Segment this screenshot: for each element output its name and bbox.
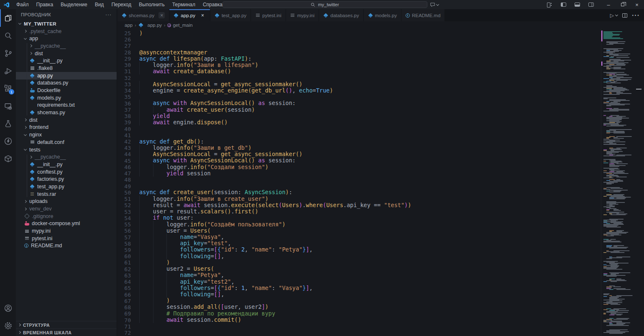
- menu-item[interactable]: Правка: [33, 0, 57, 9]
- tab-mypy.ini[interactable]: mypy.ini: [286, 9, 319, 21]
- code-line[interactable]: AsyncSessionLocal = get_async_sessionmak…: [139, 151, 599, 157]
- code-lines[interactable]: ) @asynccontextmanagerasync def lifespan…: [139, 30, 599, 336]
- menu-item[interactable]: Файл: [13, 0, 33, 9]
- code-line[interactable]: api_key="test",: [139, 240, 599, 246]
- activity-source-control-icon[interactable]: [0, 44, 16, 62]
- code-line[interactable]: async with AsyncSessionLocal() as sessio…: [139, 100, 599, 106]
- tab-databases.py[interactable]: databases.py: [319, 9, 363, 21]
- code-line[interactable]: api_key="test2",: [139, 279, 599, 285]
- settings-gear-icon[interactable]: [0, 317, 16, 334]
- tree-root-my-twitter[interactable]: MY_TWITTER: [16, 20, 117, 28]
- menu-item[interactable]: Терминал: [169, 0, 199, 9]
- tree-item-nginx[interactable]: nginx: [16, 131, 117, 139]
- tree-item-app[interactable]: app: [16, 35, 117, 42]
- code-line[interactable]: yield: [139, 113, 599, 119]
- tree-item-factories.py[interactable]: factories.py: [16, 175, 117, 183]
- code-line[interactable]: ): [139, 30, 599, 36]
- activity-run-debug-icon[interactable]: [0, 62, 16, 80]
- menu-item[interactable]: Выделение: [57, 0, 91, 9]
- tree-item-.pytest_cache[interactable]: .pytest_cache: [16, 28, 117, 35]
- tree-item-__pycache__[interactable]: __pycache__: [16, 153, 117, 161]
- tree-item-__init__.py[interactable]: __init__.py: [16, 57, 117, 64]
- tree-item-README.md[interactable]: iREADME.md: [16, 242, 117, 250]
- code-line[interactable]: name="Vasya",: [139, 234, 599, 240]
- tab-shcemas.py[interactable]: shcemas.py×: [118, 9, 169, 21]
- code-line[interactable]: name="Petya",: [139, 272, 599, 278]
- activity-remote-explorer-icon[interactable]: [0, 97, 16, 115]
- tree-item-conftest.py[interactable]: conftest.py: [16, 168, 117, 176]
- code-line[interactable]: # Подправил по рекомендации вуру: [139, 310, 599, 317]
- code-line[interactable]: [139, 323, 599, 329]
- close-button[interactable]: ×: [630, 0, 644, 9]
- code-line[interactable]: following=[],: [139, 291, 599, 298]
- code-line[interactable]: [139, 183, 599, 189]
- code-line[interactable]: async def get_db():: [139, 139, 599, 145]
- tree-item-tests.rar[interactable]: tests.rar: [16, 190, 117, 198]
- tab-close-icon[interactable]: ×: [158, 12, 165, 18]
- code-line[interactable]: [139, 43, 599, 49]
- code-line[interactable]: followers=[{"id": 1, "name": "Vasya"}],: [139, 285, 599, 291]
- code-line[interactable]: async def lifespan(app: FastAPI):: [139, 56, 599, 62]
- tree-item-uploads[interactable]: uploads: [16, 198, 117, 205]
- tree-item-.flake8[interactable]: .flake8: [16, 64, 117, 72]
- code-line[interactable]: async with AsyncSessionLocal() as sessio…: [139, 157, 599, 164]
- tree-item-__pycache__[interactable]: __pycache__: [16, 42, 117, 50]
- tree-item-shcemas.py[interactable]: shcemas.py: [16, 109, 117, 116]
- tab-test_app.py[interactable]: test_app.py: [210, 9, 251, 21]
- restore-button[interactable]: [616, 0, 630, 9]
- minimize-button[interactable]: –: [601, 0, 616, 9]
- editor-body[interactable]: 2526272829303132333435363738394041424344…: [118, 29, 644, 336]
- breadcrumb-item-app[interactable]: app: [125, 23, 133, 28]
- tree-item-venv_dev[interactable]: venv_dev: [16, 205, 117, 213]
- explorer-more-actions[interactable]: ···: [105, 12, 112, 18]
- code-line[interactable]: [139, 126, 599, 132]
- code-line[interactable]: user = result.scalars().first(): [139, 208, 599, 215]
- code-line[interactable]: logger.info("Зашли в create_user"): [139, 196, 599, 202]
- code-line[interactable]: ): [139, 298, 599, 304]
- split-editor-icon[interactable]: [622, 13, 627, 18]
- code-line[interactable]: async def create_user(session: AsyncSess…: [139, 189, 599, 195]
- code-line[interactable]: logger.info("Зашли в lifespan"): [139, 62, 599, 68]
- tree-item-.gitignore[interactable]: .gitignore: [16, 213, 117, 220]
- code-line[interactable]: result = await session.execute(select(Us…: [139, 202, 599, 208]
- code-line[interactable]: [139, 36, 599, 43]
- tree-item-__init__.py[interactable]: __init__.py: [16, 161, 117, 168]
- tree-item-tests[interactable]: tests: [16, 146, 117, 154]
- code-line[interactable]: user2 = Users(: [139, 266, 599, 272]
- code-line[interactable]: AsyncSessionLocal = get_async_sessionmak…: [139, 81, 599, 87]
- tree-item-Dockerfile[interactable]: Dockerfile: [16, 87, 117, 94]
- overview-ruler[interactable]: [634, 29, 644, 336]
- toggle-panel-icon[interactable]: [575, 3, 580, 7]
- tree-item-mypy.ini[interactable]: mypy.ini: [16, 227, 117, 235]
- activity-testing-icon[interactable]: [0, 115, 16, 132]
- tab-models.py[interactable]: models.py: [364, 9, 401, 21]
- code-line[interactable]: @asynccontextmanager: [139, 49, 599, 56]
- tree-item-models.py[interactable]: models.py: [16, 94, 117, 102]
- activity-extensions-icon[interactable]: 1: [0, 80, 16, 97]
- tree-item-dist[interactable]: dist: [16, 50, 117, 57]
- menu-item[interactable]: Вид: [91, 0, 108, 9]
- menu-item[interactable]: Переход: [107, 0, 135, 9]
- code-line[interactable]: logger.info("Создаём пользователя"): [139, 221, 599, 228]
- code-line[interactable]: yield session: [139, 170, 599, 177]
- code-line[interactable]: [139, 329, 599, 336]
- code-line[interactable]: followers=[{"id": 2, "name": "Petya"}],: [139, 246, 599, 253]
- command-center-search[interactable]: my_twitter: [222, 1, 427, 8]
- customize-layout-icon[interactable]: [547, 3, 552, 7]
- chat-icon[interactable]: [430, 0, 439, 9]
- editor-more-actions-icon[interactable]: ···: [632, 12, 640, 19]
- code-line[interactable]: await create_database(): [139, 68, 599, 74]
- code-line[interactable]: [139, 75, 599, 81]
- code-line[interactable]: if not user:: [139, 215, 599, 221]
- tab-pytest.ini[interactable]: pytest.ini: [251, 9, 286, 21]
- breadcrumb-item-get_main[interactable]: get_main: [167, 23, 192, 28]
- activity-explorer-icon[interactable]: [0, 9, 16, 27]
- activity-thunder-client-icon[interactable]: [0, 132, 16, 150]
- section-СТРУКТУРА[interactable]: СТРУКТУРА: [16, 321, 117, 328]
- menu-item[interactable]: Выполнить: [135, 0, 169, 9]
- tab-app.py[interactable]: app.py×: [169, 9, 210, 21]
- activity-search-icon[interactable]: [0, 27, 16, 44]
- code-line[interactable]: [139, 132, 599, 139]
- breadcrumb-item-app.py[interactable]: app.py: [138, 23, 162, 28]
- tab-README.md[interactable]: iREADME.md: [401, 9, 445, 21]
